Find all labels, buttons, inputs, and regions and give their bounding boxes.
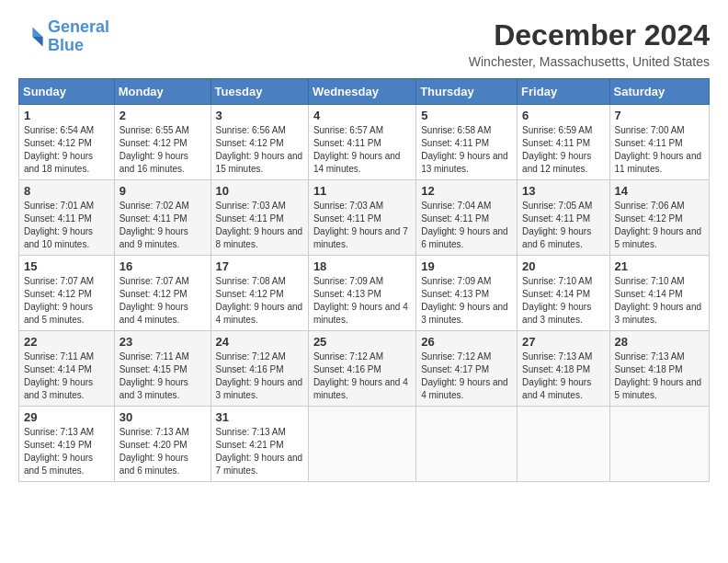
week-row-5: 29 Sunrise: 7:13 AM Sunset: 4:19 PM Dayl… [19, 407, 710, 482]
day-number: 6 [522, 109, 604, 122]
day-cell: 13 Sunrise: 7:05 AM Sunset: 4:11 PM Dayl… [518, 180, 609, 256]
day-cell: 5 Sunrise: 6:58 AM Sunset: 4:11 PM Dayli… [416, 105, 518, 180]
day-info: Sunrise: 7:13 AM Sunset: 4:19 PM Dayligh… [24, 426, 109, 477]
column-header-sunday: Sunday [19, 79, 115, 105]
logo-line2: Blue [48, 37, 109, 55]
column-header-wednesday: Wednesday [308, 79, 415, 105]
day-cell: 3 Sunrise: 6:56 AM Sunset: 4:12 PM Dayli… [210, 105, 308, 180]
day-number: 21 [615, 259, 704, 273]
day-number: 29 [24, 410, 109, 424]
day-cell: 10 Sunrise: 7:03 AM Sunset: 4:11 PM Dayl… [210, 180, 308, 256]
day-info: Sunrise: 7:02 AM Sunset: 4:11 PM Dayligh… [119, 200, 206, 251]
day-info: Sunrise: 6:58 AM Sunset: 4:11 PM Dayligh… [421, 124, 512, 176]
day-cell: 22 Sunrise: 7:11 AM Sunset: 4:14 PM Dayl… [19, 331, 115, 407]
week-row-3: 15 Sunrise: 7:07 AM Sunset: 4:12 PM Dayl… [19, 256, 710, 331]
day-info: Sunrise: 6:56 AM Sunset: 4:12 PM Dayligh… [216, 124, 303, 176]
day-info: Sunrise: 7:10 AM Sunset: 4:14 PM Dayligh… [522, 275, 604, 327]
day-info: Sunrise: 7:13 AM Sunset: 4:18 PM Dayligh… [522, 350, 604, 402]
day-info: Sunrise: 7:09 AM Sunset: 4:13 PM Dayligh… [421, 275, 512, 327]
day-cell: 31 Sunrise: 7:13 AM Sunset: 4:21 PM Dayl… [210, 407, 308, 482]
day-info: Sunrise: 7:13 AM Sunset: 4:18 PM Dayligh… [615, 350, 704, 402]
day-info: Sunrise: 7:11 AM Sunset: 4:15 PM Dayligh… [119, 350, 206, 402]
day-cell: 29 Sunrise: 7:13 AM Sunset: 4:19 PM Dayl… [19, 407, 115, 482]
day-cell: 30 Sunrise: 7:13 AM Sunset: 4:20 PM Dayl… [114, 407, 210, 482]
calendar-table: SundayMondayTuesdayWednesdayThursdayFrid… [18, 78, 710, 482]
day-info: Sunrise: 6:59 AM Sunset: 4:11 PM Dayligh… [522, 124, 604, 176]
day-info: Sunrise: 7:06 AM Sunset: 4:12 PM Dayligh… [615, 200, 704, 251]
day-cell: 16 Sunrise: 7:07 AM Sunset: 4:12 PM Dayl… [114, 256, 210, 331]
day-cell: 23 Sunrise: 7:11 AM Sunset: 4:15 PM Dayl… [114, 331, 210, 407]
week-row-4: 22 Sunrise: 7:11 AM Sunset: 4:14 PM Dayl… [19, 331, 710, 407]
day-number: 7 [615, 109, 704, 122]
day-cell: 6 Sunrise: 6:59 AM Sunset: 4:11 PM Dayli… [518, 105, 609, 180]
day-number: 4 [313, 109, 411, 122]
day-cell [518, 407, 609, 482]
day-cell: 17 Sunrise: 7:08 AM Sunset: 4:12 PM Dayl… [210, 256, 308, 331]
day-cell: 8 Sunrise: 7:01 AM Sunset: 4:11 PM Dayli… [19, 180, 115, 256]
day-cell: 26 Sunrise: 7:12 AM Sunset: 4:17 PM Dayl… [416, 331, 518, 407]
day-cell: 28 Sunrise: 7:13 AM Sunset: 4:18 PM Dayl… [609, 331, 709, 407]
logo-text: General Blue [48, 18, 109, 55]
day-info: Sunrise: 6:54 AM Sunset: 4:12 PM Dayligh… [24, 124, 109, 176]
day-number: 30 [119, 410, 206, 424]
day-cell: 18 Sunrise: 7:09 AM Sunset: 4:13 PM Dayl… [308, 256, 415, 331]
day-number: 16 [119, 259, 206, 273]
day-number: 28 [615, 335, 704, 349]
day-info: Sunrise: 7:07 AM Sunset: 4:12 PM Dayligh… [24, 275, 109, 327]
day-number: 5 [421, 109, 512, 122]
day-number: 15 [24, 259, 109, 273]
day-info: Sunrise: 6:55 AM Sunset: 4:12 PM Dayligh… [119, 124, 206, 176]
day-info: Sunrise: 7:09 AM Sunset: 4:13 PM Dayligh… [313, 275, 411, 327]
day-info: Sunrise: 7:03 AM Sunset: 4:11 PM Dayligh… [313, 200, 411, 251]
page-header: General Blue December 2024 Winchester, M… [18, 18, 710, 69]
day-number: 19 [421, 259, 512, 273]
day-info: Sunrise: 7:05 AM Sunset: 4:11 PM Dayligh… [522, 200, 604, 251]
day-number: 18 [313, 259, 411, 273]
column-header-tuesday: Tuesday [210, 79, 308, 105]
day-info: Sunrise: 7:13 AM Sunset: 4:21 PM Dayligh… [216, 426, 303, 477]
week-row-1: 1 Sunrise: 6:54 AM Sunset: 4:12 PM Dayli… [19, 105, 710, 180]
day-cell: 12 Sunrise: 7:04 AM Sunset: 4:11 PM Dayl… [416, 180, 518, 256]
day-info: Sunrise: 7:12 AM Sunset: 4:17 PM Dayligh… [421, 350, 512, 402]
day-cell [308, 407, 415, 482]
column-header-monday: Monday [114, 79, 210, 105]
day-number: 22 [24, 335, 109, 349]
day-cell: 4 Sunrise: 6:57 AM Sunset: 4:11 PM Dayli… [308, 105, 415, 180]
svg-marker-1 [32, 37, 42, 47]
day-number: 17 [216, 259, 303, 273]
day-cell [416, 407, 518, 482]
day-cell: 24 Sunrise: 7:12 AM Sunset: 4:16 PM Dayl… [210, 331, 308, 407]
day-cell: 27 Sunrise: 7:13 AM Sunset: 4:18 PM Dayl… [518, 331, 609, 407]
day-cell: 19 Sunrise: 7:09 AM Sunset: 4:13 PM Dayl… [416, 256, 518, 331]
column-header-thursday: Thursday [416, 79, 518, 105]
day-number: 25 [313, 335, 411, 349]
day-info: Sunrise: 7:03 AM Sunset: 4:11 PM Dayligh… [216, 200, 303, 251]
day-info: Sunrise: 6:57 AM Sunset: 4:11 PM Dayligh… [313, 124, 411, 176]
location: Winchester, Massachusetts, United States [469, 54, 710, 69]
day-cell: 2 Sunrise: 6:55 AM Sunset: 4:12 PM Dayli… [114, 105, 210, 180]
day-number: 12 [421, 184, 512, 198]
day-number: 1 [24, 109, 109, 122]
day-number: 9 [119, 184, 206, 198]
day-cell: 15 Sunrise: 7:07 AM Sunset: 4:12 PM Dayl… [19, 256, 115, 331]
day-cell: 11 Sunrise: 7:03 AM Sunset: 4:11 PM Dayl… [308, 180, 415, 256]
month-title: December 2024 [469, 18, 710, 52]
day-info: Sunrise: 7:12 AM Sunset: 4:16 PM Dayligh… [216, 350, 303, 402]
day-cell: 1 Sunrise: 6:54 AM Sunset: 4:12 PM Dayli… [19, 105, 115, 180]
day-cell [609, 407, 709, 482]
day-info: Sunrise: 7:11 AM Sunset: 4:14 PM Dayligh… [24, 350, 109, 402]
column-header-friday: Friday [518, 79, 609, 105]
header-row: SundayMondayTuesdayWednesdayThursdayFrid… [19, 79, 710, 105]
day-number: 26 [421, 335, 512, 349]
logo-line1: General [48, 17, 109, 36]
day-number: 23 [119, 335, 206, 349]
day-number: 31 [216, 410, 303, 424]
day-info: Sunrise: 7:12 AM Sunset: 4:16 PM Dayligh… [313, 350, 411, 402]
svg-marker-0 [32, 27, 42, 37]
day-info: Sunrise: 7:00 AM Sunset: 4:11 PM Dayligh… [615, 124, 704, 176]
day-info: Sunrise: 7:08 AM Sunset: 4:12 PM Dayligh… [216, 275, 303, 327]
day-number: 10 [216, 184, 303, 198]
day-cell: 25 Sunrise: 7:12 AM Sunset: 4:16 PM Dayl… [308, 331, 415, 407]
day-number: 27 [522, 335, 604, 349]
day-cell: 20 Sunrise: 7:10 AM Sunset: 4:14 PM Dayl… [518, 256, 609, 331]
